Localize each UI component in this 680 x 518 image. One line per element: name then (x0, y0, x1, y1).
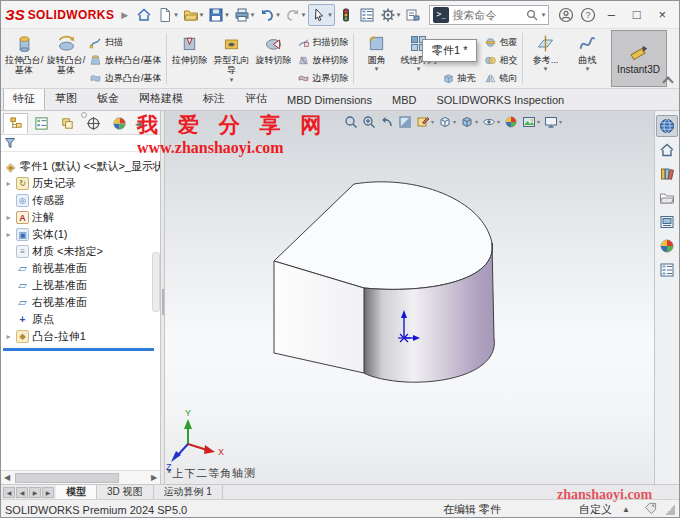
ribbon-collapse-button[interactable] (663, 76, 673, 84)
document-tab[interactable]: 3D 视图 (97, 485, 154, 499)
command-tab[interactable]: MBD Dimensions (277, 90, 382, 110)
document-tab[interactable]: 模型 (56, 485, 97, 499)
new-document-button[interactable]: ▾ (155, 4, 180, 26)
design-library-button[interactable] (656, 163, 678, 185)
scroll-track[interactable] (13, 472, 148, 484)
search-input[interactable] (452, 9, 522, 21)
menu-expand-icon[interactable]: ▶ (121, 10, 128, 20)
scroll-thumb[interactable] (15, 473, 119, 483)
last-tab-button[interactable]: ▶ (42, 487, 54, 498)
extruded-cut-button[interactable]: 拉伸切除 (169, 30, 211, 65)
home-button[interactable] (134, 4, 154, 26)
close-button[interactable]: × (650, 4, 676, 26)
minimize-button[interactable]: – (599, 4, 625, 26)
tree-item[interactable]: ▸ ≡ 材质 <未指定> (1, 243, 160, 260)
resize-grip[interactable] (665, 505, 675, 515)
model-body[interactable] (274, 182, 494, 382)
expand-arrow-icon[interactable]: ▸ (4, 230, 13, 239)
swept-boss-button[interactable]: 扫描 (87, 33, 164, 51)
swept-cut-button[interactable]: 扫描切除 (295, 33, 351, 51)
tree-item[interactable]: ▸ ▱ 上视基准面 (1, 277, 160, 294)
select-tool-button[interactable]: ▾ (308, 4, 335, 26)
tree-item[interactable]: ▸ ◎ 传感器 (1, 192, 160, 209)
account-button[interactable] (555, 4, 577, 26)
command-tab[interactable]: 标注 (193, 87, 235, 110)
splitter-handle[interactable] (162, 289, 164, 315)
panel-collapse-knob[interactable] (81, 112, 87, 118)
tree-root-item[interactable]: ◈ 零件1 (默认) <<默认>_显示状 (1, 158, 160, 175)
tree-scrollbar[interactable] (152, 252, 160, 312)
command-tab[interactable]: 网格建模 (129, 87, 193, 110)
boundary-boss-button[interactable]: 边界凸台/基体 (87, 69, 164, 87)
maximize-button[interactable]: □ (624, 4, 650, 26)
command-tab[interactable]: SOLIDWORKS Inspection (426, 90, 574, 110)
units-caret-icon[interactable]: ▲ (622, 505, 630, 514)
expand-arrow-icon[interactable]: ▸ (4, 332, 13, 341)
mirror-button[interactable]: 镜向 (482, 69, 520, 87)
units-selector[interactable]: 自定义 (579, 502, 612, 517)
rebuild-button[interactable] (336, 4, 356, 26)
scroll-right-icon[interactable]: ▶ (148, 473, 160, 482)
command-tab[interactable]: 草图 (45, 87, 87, 110)
open-button[interactable]: ▾ (181, 4, 206, 26)
tree-item[interactable]: ▸ + 原点 (1, 311, 160, 328)
tree-item[interactable]: ▸ ◆ 凸台-拉伸1 (1, 328, 160, 345)
first-tab-button[interactable]: ◀ (3, 487, 15, 498)
graphics-area[interactable]: ▾ ▾ ▾ ▾ ▾ ▾ (165, 111, 654, 484)
command-tab[interactable]: 钣金 (87, 87, 129, 110)
prev-tab-button[interactable]: ◀ (16, 487, 28, 498)
expand-arrow-icon[interactable]: ▸ (4, 213, 13, 222)
revolved-boss-button[interactable]: 旋转凸台/基体 (45, 30, 87, 76)
rollback-bar[interactable] (3, 348, 154, 351)
tree-item[interactable]: ▸ ▣ 实体(1) (1, 226, 160, 243)
wrap-button[interactable]: 包覆 (482, 33, 520, 51)
tree-horizontal-scrollbar[interactable]: ◀ ▶ (1, 470, 160, 484)
scroll-left-icon[interactable]: ◀ (1, 473, 13, 482)
view-palette-button[interactable] (656, 211, 678, 233)
revolved-cut-button[interactable]: 旋转切除 (253, 30, 295, 65)
next-tab-button[interactable]: ▶ (29, 487, 41, 498)
redo-button[interactable]: ▾ (283, 4, 308, 26)
shell-button[interactable]: 抽壳 (440, 69, 478, 87)
command-search[interactable]: >_ ▾ (429, 5, 549, 25)
custom-properties-button[interactable] (656, 259, 678, 281)
tree-item[interactable]: ▸ ↻ 历史记录 (1, 175, 160, 192)
fillet-button[interactable]: 圆角▾ (356, 30, 398, 73)
extruded-boss-button[interactable]: 拉伸凸台/基体 (3, 30, 45, 76)
file-properties-button[interactable] (403, 4, 423, 26)
help-button[interactable]: ? (577, 4, 599, 26)
undo-button[interactable]: ▾ (257, 4, 282, 26)
part-model[interactable]: Y X Z (165, 111, 654, 484)
command-tab[interactable]: 特征 (3, 87, 45, 110)
intersect-button[interactable]: 相交 (482, 51, 520, 69)
curves-button[interactable]: 曲线▾ (567, 30, 609, 73)
tree-item[interactable]: ▸ ▱ 右视基准面 (1, 294, 160, 311)
search-magnifier-icon[interactable] (526, 9, 538, 21)
command-tab[interactable]: 评估 (235, 87, 277, 110)
options-button[interactable]: ▾ (378, 4, 403, 26)
instant3d-button[interactable]: Instant3D (611, 30, 667, 87)
tag-button[interactable] (644, 502, 657, 517)
lofted-boss-button[interactable]: 放样凸台/基体 (87, 51, 164, 69)
hole-wizard-button[interactable]: 异型孔向导▾ (211, 30, 253, 84)
tree-item[interactable]: ▸ ▱ 前视基准面 (1, 260, 160, 277)
lofted-cut-button[interactable]: 放样切除 (295, 51, 351, 69)
tab-configuration-manager[interactable] (55, 113, 80, 134)
tree-item[interactable]: ▸ A 注解 (1, 209, 160, 226)
document-tab[interactable]: 运动算例 1 (154, 485, 223, 499)
print-button[interactable]: ▾ (232, 4, 257, 26)
tab-property-manager[interactable] (29, 113, 54, 134)
file-explorer-button[interactable] (656, 187, 678, 209)
home-pane-button[interactable] (656, 139, 678, 161)
appearances-scenes-button[interactable] (656, 235, 678, 257)
solidworks-resources-button[interactable] (656, 115, 678, 137)
reference-geometry-button[interactable]: 参考...▾ (525, 30, 567, 73)
boundary-cut-button[interactable]: 边界切除 (295, 69, 351, 87)
search-options-caret[interactable]: ▾ (542, 11, 546, 19)
tab-feature-manager[interactable] (3, 113, 28, 134)
command-tab[interactable]: MBD (382, 90, 426, 110)
expand-arrow-icon[interactable]: ▸ (4, 179, 13, 188)
options-list-button[interactable] (357, 4, 377, 26)
save-button[interactable]: ▾ (206, 4, 231, 26)
tab-display-manager[interactable] (107, 113, 132, 134)
